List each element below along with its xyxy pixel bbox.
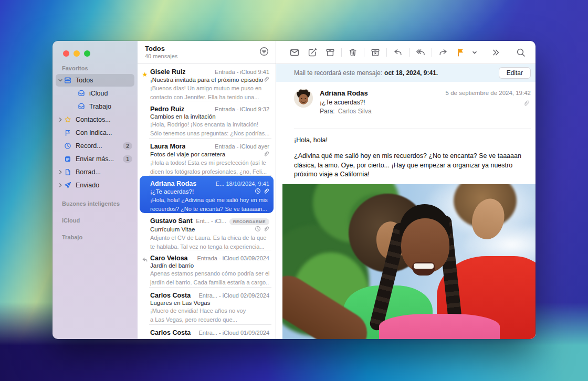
chevron-right-icon[interactable]	[58, 170, 64, 175]
sidebar-item-con-indica[interactable]: Con indica...	[56, 126, 134, 139]
reply-all-icon[interactable]	[412, 45, 429, 60]
flag-star-icon: ★	[141, 69, 149, 79]
chevron-right-icon[interactable]	[58, 117, 64, 122]
sidebar-item-label: Con indica...	[76, 129, 132, 136]
compose-icon[interactable]	[303, 45, 321, 60]
message-sender: Pedro Ruiz	[150, 105, 184, 113]
sidebar-item-enviado[interactable]: Enviado	[56, 179, 134, 192]
message-row[interactable]: Pedro RuizEntrada - iCloud 9:32Cambios e…	[140, 101, 274, 139]
message-sender: Caro Velosa	[150, 255, 188, 262]
junk-icon[interactable]	[366, 45, 384, 60]
sidebar-item-record[interactable]: Record...2	[56, 140, 134, 152]
subject-icons	[263, 76, 269, 83]
message-row[interactable]: Adriana RodasE... 18/10/2024, 9:41¡¿Te a…	[140, 176, 274, 213]
sidebar-item-label: Enviar más...	[76, 155, 121, 163]
filter-icon[interactable]	[259, 46, 269, 59]
paperclip-icon	[263, 151, 269, 158]
message-subject: Lugares en Las Vegas	[150, 300, 269, 306]
clock-icon	[255, 188, 261, 195]
message-count: 40 mensajes	[145, 53, 269, 59]
send-later-icon	[64, 155, 72, 163]
paperclip-icon	[263, 188, 269, 195]
message-subject: Jardín del barrio	[150, 262, 269, 269]
message-preview-line: Apenas estamos pensando cómo podría ser …	[150, 270, 269, 278]
sidebar-item-contactos[interactable]: Contactos...	[56, 113, 134, 126]
sidebar-item-label: iCloud	[89, 90, 132, 97]
body-paragraph: ¡Hola, hola!	[294, 136, 527, 145]
message-sender: Laura Mora	[150, 143, 185, 150]
sidebar-section-header: iCloud	[52, 209, 138, 226]
sender-avatar[interactable]	[294, 89, 313, 108]
message-row[interactable]: Carlos CostaEntra... - iCloud 01/09/2024	[140, 325, 274, 339]
sidebar-item-trabajo[interactable]: Trabajo	[56, 100, 134, 113]
trash-icon[interactable]	[344, 45, 362, 60]
toolbar-divider	[341, 48, 342, 57]
edit-reminder-button[interactable]: Editar	[499, 67, 531, 79]
reply-icon[interactable]	[389, 45, 407, 60]
sidebar-item-label: Borrad...	[76, 168, 132, 176]
mail-window: FavoritosTodosiCloudTrabajoContactos...C…	[52, 41, 536, 339]
toolbar-divider	[432, 48, 432, 57]
attachment-paperclip-icon	[523, 99, 530, 109]
minimize-button[interactable]	[74, 50, 80, 57]
clock-icon	[64, 142, 72, 150]
message-preview-line: ¡Hola, Rodrigo! ¡Nos encanta la invitaci…	[150, 121, 269, 129]
sidebar-item-label: Record...	[76, 142, 121, 150]
message-preview-line: ¡Buenos días! Un amigo mutuo me puso en	[150, 84, 269, 92]
flag-icon[interactable]	[452, 45, 470, 60]
close-button[interactable]	[63, 50, 69, 57]
message-preview-line: Adjunto el CV de Laura. Es la chica de l…	[150, 234, 269, 242]
sidebar-item-label: Contactos...	[76, 116, 132, 123]
sidebar-item-icloud[interactable]: iCloud	[56, 87, 134, 100]
message-sender: Carlos Costa	[150, 292, 191, 299]
toolbar-divider	[364, 48, 364, 57]
overflow-icon[interactable]	[487, 45, 505, 60]
archive-icon[interactable]	[321, 45, 339, 60]
message-meta: Entra... - iCloud 02/09/2024	[195, 292, 269, 299]
sidebar: FavoritosTodosiCloudTrabajoContactos...C…	[52, 41, 138, 339]
message-subject: Cambios en la invitación	[150, 113, 269, 120]
document-icon	[64, 168, 72, 176]
mailbox-icon	[78, 103, 86, 110]
recipient-name[interactable]: Carlos Silva	[338, 108, 372, 115]
mailbox-icon	[78, 90, 86, 97]
message-preview-line: a Las Vegas, pero recuerdo que...	[150, 316, 269, 324]
reading-pane: Mail te recordará este mensaje: oct 18, …	[276, 41, 536, 339]
sidebar-item-label: Todos	[76, 77, 132, 84]
search-icon[interactable]	[512, 45, 530, 60]
toolbar-divider	[386, 48, 387, 57]
message-date: 5 de septiembre de 2024, 19:42	[446, 90, 531, 96]
message-row[interactable]: Laura MoraEntrada - iCloud ayerFotos del…	[140, 139, 274, 176]
flag-icon	[64, 129, 72, 136]
person-center-shirt	[379, 314, 500, 339]
chevron-down-icon[interactable]	[58, 78, 64, 83]
sidebar-item-todos[interactable]: Todos	[56, 74, 134, 87]
message-body: ¡Hola, hola!¿Adivina qué me salió hoy en…	[276, 129, 536, 184]
chevron-right-icon[interactable]	[58, 183, 64, 188]
message-sender: Adriana Rodas	[150, 180, 196, 187]
toolbar	[276, 41, 536, 64]
message-row[interactable]: Caro VelosaEntrada - iCloud 03/09/2024Ja…	[140, 250, 274, 288]
message-preview-line: ¡Hola a todos! Esta es mi preselección (…	[150, 159, 269, 167]
message-preview-line: jardín del barrio. Cada familia estaría …	[150, 279, 269, 287]
attachment-photo[interactable]	[282, 184, 536, 339]
message-preview-line: Sólo tenemos unas preguntas: ¿Nos podría…	[150, 130, 269, 137]
message-list: ★Gisele RuizEntrada - iCloud 9:41¡Nuestr…	[138, 64, 276, 339]
zoom-button[interactable]	[84, 50, 90, 57]
message-meta: Entra... - iCloud 01/09/2024	[195, 330, 269, 336]
message-row[interactable]: ★Gisele RuizEntrada - iCloud 9:41¡Nuestr…	[140, 64, 274, 101]
message-subject: Fotos del viaje por carretera	[150, 151, 263, 157]
message-row[interactable]: Gustavo SantanaEnt... - iCl...RECORDARME…	[140, 213, 274, 250]
message-preview-line: recuerdos? ¿No te encanta? Se ve taaaaan…	[150, 205, 269, 213]
forward-icon[interactable]	[434, 45, 452, 60]
sidebar-item-enviar-m-s[interactable]: Enviar más...1	[56, 153, 134, 165]
mark-unread-icon[interactable]	[286, 45, 303, 60]
flag-chevron-icon[interactable]	[470, 45, 479, 60]
paperclip-icon	[263, 226, 269, 233]
sidebar-item-borrad[interactable]: Borrad...	[56, 166, 134, 178]
message-preview-line: ¡Hola, hola! ¿Adivina qué me salió hoy e…	[150, 196, 269, 204]
subject-icons	[255, 188, 269, 195]
unread-count-badge: 1	[123, 155, 132, 163]
message-sender: Gisele Ruiz	[150, 68, 185, 76]
message-row[interactable]: Carlos CostaEntra... - iCloud 02/09/2024…	[140, 288, 274, 325]
